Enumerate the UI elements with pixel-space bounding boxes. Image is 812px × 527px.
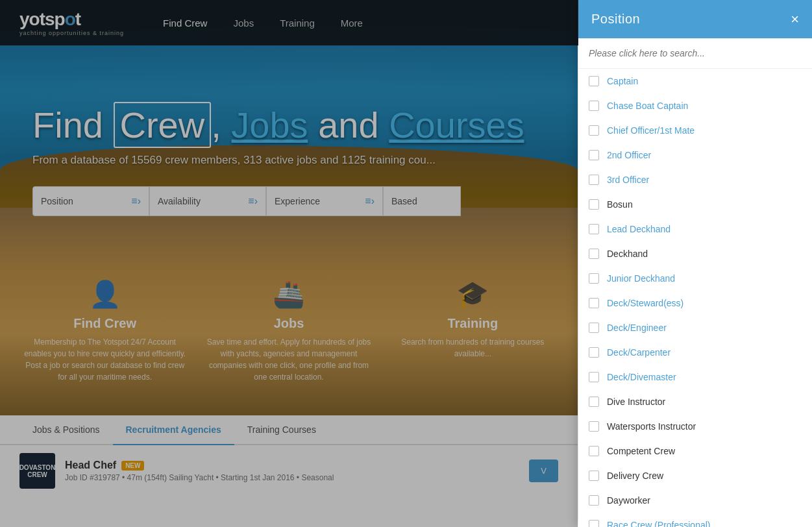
- position-item-label: Delivery Crew: [607, 471, 663, 481]
- position-list-item[interactable]: Delivery Crew: [578, 463, 812, 488]
- position-item-label: Chief Officer/1st Mate: [607, 125, 695, 136]
- position-item-label: Captain: [607, 76, 638, 86]
- position-checkbox[interactable]: [589, 471, 599, 481]
- position-checkbox[interactable]: [589, 397, 599, 407]
- position-item-label: Chase Boat Captain: [607, 101, 688, 111]
- position-list-item[interactable]: Junior Deckhand: [578, 266, 812, 291]
- position-checkbox[interactable]: [589, 76, 599, 86]
- position-list-item[interactable]: Lead Deckhand: [578, 217, 812, 241]
- position-item-label: Dive Instructor: [607, 397, 665, 407]
- panel-search[interactable]: [578, 38, 812, 69]
- position-list-item[interactable]: Chase Boat Captain: [578, 93, 812, 118]
- position-list-item[interactable]: Captain: [578, 69, 812, 93]
- position-list-item[interactable]: Race Crew (Professional): [578, 513, 812, 527]
- position-item-label: Deck/Steward(ess): [607, 298, 683, 308]
- position-list-item[interactable]: Competent Crew: [578, 439, 812, 463]
- position-checkbox[interactable]: [589, 101, 599, 111]
- position-list-item[interactable]: Deck/Engineer: [578, 315, 812, 340]
- position-item-label: Deckhand: [607, 249, 648, 259]
- position-checkbox[interactable]: [589, 249, 599, 259]
- position-checkbox[interactable]: [589, 347, 599, 358]
- position-list-item[interactable]: Deck/Steward(ess): [578, 291, 812, 315]
- position-item-label: 3rd Officer: [607, 175, 649, 185]
- position-list-item[interactable]: Dayworker: [578, 488, 812, 513]
- position-list-item[interactable]: 2nd Officer: [578, 143, 812, 167]
- position-checkbox[interactable]: [589, 175, 599, 185]
- position-checkbox[interactable]: [589, 273, 599, 284]
- position-item-label: Watersports Instructor: [607, 421, 696, 432]
- position-item-label: Deck/Divemaster: [607, 372, 676, 382]
- position-list-item[interactable]: Deck/Carpenter: [578, 340, 812, 365]
- position-item-label: Deck/Carpenter: [607, 347, 671, 358]
- position-list-item[interactable]: 3rd Officer: [578, 167, 812, 192]
- position-list-item[interactable]: Dive Instructor: [578, 389, 812, 414]
- position-item-label: Bosun: [607, 199, 633, 210]
- position-list-item[interactable]: Chief Officer/1st Mate: [578, 118, 812, 143]
- position-checkbox[interactable]: [589, 199, 599, 210]
- background-overlay[interactable]: [0, 0, 578, 527]
- position-item-label: Race Crew (Professional): [607, 520, 711, 527]
- position-item-label: 2nd Officer: [607, 150, 651, 160]
- position-item-label: Junior Deckhand: [607, 273, 675, 284]
- position-checkbox[interactable]: [589, 224, 599, 234]
- position-checkbox[interactable]: [589, 323, 599, 333]
- position-list-item[interactable]: Deck/Divemaster: [578, 365, 812, 389]
- position-list-item[interactable]: Deckhand: [578, 241, 812, 266]
- panel-header: Position ×: [578, 0, 812, 38]
- panel-list[interactable]: CaptainChase Boat CaptainChief Officer/1…: [578, 69, 812, 527]
- position-checkbox[interactable]: [589, 520, 599, 527]
- position-item-label: Deck/Engineer: [607, 323, 667, 333]
- position-checkbox[interactable]: [589, 298, 599, 308]
- position-item-label: Lead Deckhand: [607, 224, 671, 234]
- position-item-label: Competent Crew: [607, 446, 675, 456]
- panel-search-input[interactable]: [589, 48, 802, 58]
- position-checkbox[interactable]: [589, 421, 599, 432]
- position-checkbox[interactable]: [589, 372, 599, 382]
- position-checkbox[interactable]: [589, 495, 599, 506]
- position-item-label: Dayworker: [607, 495, 650, 506]
- position-panel: Position × CaptainChase Boat CaptainChie…: [578, 0, 812, 527]
- position-list-item[interactable]: Watersports Instructor: [578, 414, 812, 439]
- position-list-item[interactable]: Bosun: [578, 192, 812, 217]
- position-checkbox[interactable]: [589, 150, 599, 160]
- position-checkbox[interactable]: [589, 125, 599, 136]
- position-checkbox[interactable]: [589, 446, 599, 456]
- panel-title: Position: [591, 12, 640, 27]
- panel-close-button[interactable]: ×: [791, 12, 799, 27]
